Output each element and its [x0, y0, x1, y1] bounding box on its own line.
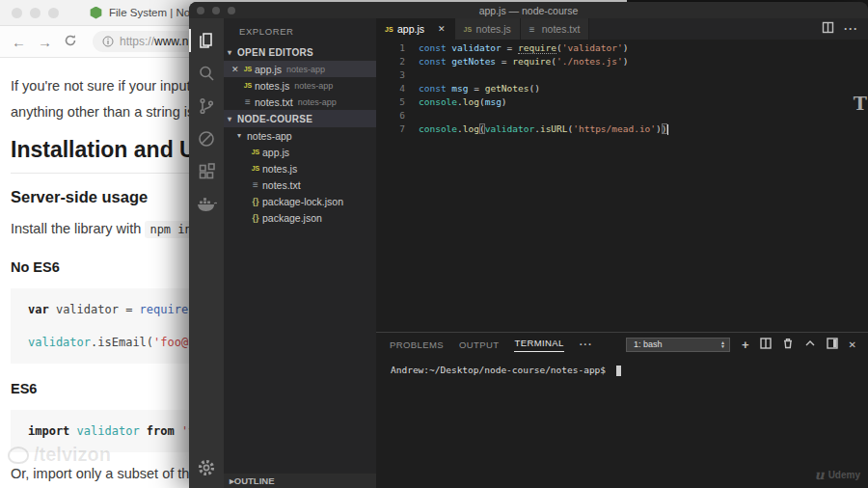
- nodejs-favicon: [90, 7, 102, 19]
- panel-header: PROBLEMS OUTPUT TERMINAL ··· 1: bash ▲▼ …: [376, 333, 868, 356]
- text-file-icon: ≡: [241, 96, 255, 107]
- tab-output[interactable]: OUTPUT: [459, 339, 499, 350]
- editor-tab-bar: JS app.js ✕ JS notes.js ≡ notes.txt ···: [376, 18, 868, 40]
- explorer-sidebar: EXPLORER ▾ OPEN EDITORS ✕ JS app.js note…: [224, 18, 376, 488]
- js-file-icon: JS: [249, 165, 262, 172]
- text-file-icon: ≡: [249, 179, 262, 190]
- forward-icon[interactable]: →: [38, 34, 52, 50]
- split-editor-icon[interactable]: [822, 20, 834, 38]
- js-file-icon: JS: [241, 82, 255, 89]
- back-icon[interactable]: ←: [12, 34, 26, 50]
- tab-notes-js[interactable]: JS notes.js: [455, 18, 521, 40]
- browser-close-button[interactable]: [12, 8, 22, 18]
- file-app-js[interactable]: JS app.js: [224, 144, 376, 160]
- panel-more-actions-icon[interactable]: ···: [580, 339, 593, 350]
- open-editor-app-js[interactable]: ✕ JS app.js notes-app: [224, 61, 376, 77]
- file-package-json[interactable]: {} package.json: [224, 209, 376, 226]
- vscode-titlebar[interactable]: app.js — node-course: [189, 2, 868, 18]
- explorer-icon[interactable]: [189, 26, 224, 55]
- chevron-down-icon: ▾: [237, 131, 247, 140]
- tab-problems[interactable]: PROBLEMS: [390, 339, 444, 350]
- udemy-watermark: u Udemy: [814, 467, 860, 482]
- terminal-cursor: [616, 366, 621, 376]
- new-terminal-icon[interactable]: +: [742, 338, 749, 352]
- extensions-icon[interactable]: [189, 157, 224, 186]
- vscode-window: app.js — node-course: [189, 2, 868, 488]
- telvizon-watermark: /telvizon: [8, 444, 111, 466]
- settings-gear-icon[interactable]: [189, 455, 224, 480]
- code-line: 2 const getNotes = require('./notes.js'): [376, 55, 868, 68]
- open-editor-notes-txt[interactable]: ≡ notes.txt notes-app: [224, 94, 376, 110]
- js-file-icon: JS: [241, 66, 255, 72]
- code-editor[interactable]: 1 const validator = require('validator')…: [376, 40, 868, 332]
- close-icon[interactable]: ✕: [438, 24, 446, 34]
- terminal-output[interactable]: Andrew:~/Desktop/node-course/notes-app$: [376, 356, 868, 376]
- code-line: 7 console.log(validator.isURL('https/mea…: [376, 122, 868, 136]
- chevron-down-icon: ▾: [228, 48, 237, 57]
- code-line: 3: [376, 68, 868, 82]
- code-line: 6: [376, 109, 868, 122]
- panel-layout-icon[interactable]: [827, 336, 838, 353]
- reload-icon[interactable]: [64, 34, 77, 50]
- browser-zoom-button[interactable]: [48, 8, 59, 18]
- close-panel-icon[interactable]: ✕: [849, 339, 856, 350]
- file-notes-js[interactable]: JS notes.js: [224, 160, 376, 176]
- text-cursor: [667, 124, 668, 135]
- search-icon[interactable]: [189, 59, 224, 88]
- tab-notes-txt[interactable]: ≡ notes.txt: [521, 18, 590, 40]
- window-title: app.js — node-course: [189, 5, 868, 16]
- udemy-logo: u: [814, 467, 824, 482]
- split-terminal-icon[interactable]: [760, 336, 772, 353]
- js-file-icon: JS: [464, 26, 476, 33]
- terminal-prompt: Andrew:~/Desktop/node-course/notes-app$: [391, 365, 606, 375]
- telvizon-logo: [8, 447, 29, 464]
- json-file-icon: {}: [249, 213, 262, 223]
- docker-icon[interactable]: [189, 190, 224, 219]
- browser-minimize-button[interactable]: [30, 8, 41, 18]
- code-line: 4 const msg = getNotes(): [376, 82, 868, 95]
- tab-terminal[interactable]: TERMINAL: [514, 338, 563, 352]
- video-letter-overlay: T: [854, 93, 867, 114]
- chevron-down-icon: ▾: [228, 115, 237, 123]
- select-arrows-icon: ▲▼: [720, 340, 725, 348]
- kill-terminal-trash-icon[interactable]: [782, 336, 794, 353]
- terminal-shell-select[interactable]: 1: bash ▲▼: [626, 338, 730, 352]
- tab-app-js[interactable]: JS app.js ✕: [376, 18, 455, 40]
- open-editor-notes-js[interactable]: JS notes.js notes-app: [224, 77, 376, 94]
- folder-notes-app[interactable]: ▾ notes-app: [224, 127, 376, 144]
- outline-section[interactable]: ▸ OUTLINE: [224, 474, 376, 488]
- js-file-icon: JS: [249, 149, 262, 155]
- file-package-lock-json[interactable]: {} package-lock.json: [224, 193, 376, 209]
- open-editors-section[interactable]: ▾ OPEN EDITORS: [224, 43, 376, 61]
- url-scheme: https://: [120, 35, 154, 48]
- maximize-panel-icon[interactable]: [804, 336, 816, 353]
- debug-icon[interactable]: [189, 124, 224, 153]
- code-line: 1 const validator = require('validator'): [376, 41, 868, 55]
- json-file-icon: {}: [249, 197, 262, 206]
- editor-more-actions-icon[interactable]: ···: [844, 22, 858, 36]
- info-icon: [102, 36, 114, 47]
- close-icon[interactable]: ✕: [231, 65, 241, 74]
- source-control-icon[interactable]: [189, 92, 224, 121]
- js-file-icon: JS: [385, 26, 397, 33]
- terminal-panel: PROBLEMS OUTPUT TERMINAL ··· 1: bash ▲▼ …: [376, 332, 868, 488]
- text-file-icon: ≡: [529, 24, 542, 35]
- code-line: 5 console.log(msg): [376, 95, 868, 109]
- folder-node-course[interactable]: ▾ NODE-COURSE: [224, 110, 376, 127]
- file-notes-txt[interactable]: ≡ notes.txt: [224, 176, 376, 193]
- explorer-header: EXPLORER: [224, 18, 376, 43]
- activity-bar: [189, 18, 224, 488]
